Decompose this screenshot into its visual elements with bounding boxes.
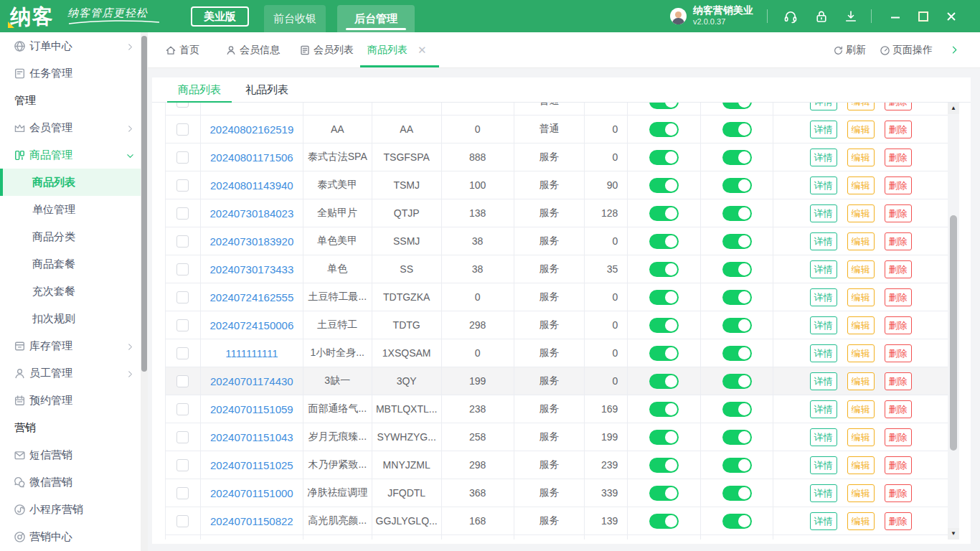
- page-operations-button[interactable]: 页面操作: [880, 32, 933, 68]
- delete-button[interactable]: 删除: [885, 103, 912, 110]
- detail-button[interactable]: 详情: [810, 121, 837, 138]
- tab-gift-list[interactable]: 礼品列表: [245, 77, 288, 103]
- tab-close-icon[interactable]: ✕: [418, 44, 427, 57]
- tab-member-list[interactable]: 会员列表: [299, 32, 354, 68]
- sidebar-item-6[interactable]: 单位管理: [0, 196, 141, 223]
- delete-button[interactable]: 删除: [885, 372, 912, 390]
- tab-goods-list[interactable]: 商品列表: [167, 77, 232, 103]
- toggle-switch-on[interactable]: [649, 374, 679, 389]
- delete-button[interactable]: 删除: [885, 176, 912, 194]
- delete-button[interactable]: 删除: [885, 232, 912, 250]
- sidebar-item-1[interactable]: 任务管理: [0, 60, 141, 87]
- toggle-switch-on[interactable]: [649, 234, 679, 249]
- toggle-switch-on[interactable]: [649, 206, 679, 221]
- toggle-switch-on[interactable]: [649, 318, 679, 333]
- detail-button[interactable]: 详情: [810, 512, 837, 530]
- delete-button[interactable]: 删除: [885, 512, 912, 530]
- detail-button[interactable]: 详情: [810, 260, 837, 278]
- toggle-switch-on[interactable]: [649, 150, 679, 165]
- toggle-switch-on[interactable]: [649, 486, 679, 501]
- detail-button[interactable]: 详情: [810, 316, 837, 334]
- delete-button[interactable]: 删除: [885, 121, 912, 138]
- toggle-switch-on[interactable]: [722, 430, 752, 445]
- edit-button[interactable]: 编辑: [847, 400, 875, 418]
- tab-member-info[interactable]: 会员信息: [225, 32, 280, 68]
- row-checkbox[interactable]: [176, 103, 189, 108]
- product-id-link[interactable]: 20240701151043: [210, 431, 293, 443]
- detail-button[interactable]: 详情: [810, 149, 837, 166]
- sidebar-item-11[interactable]: 库存管理: [0, 332, 141, 359]
- detail-button[interactable]: 详情: [810, 456, 837, 474]
- window-close-button[interactable]: [944, 9, 958, 24]
- delete-button[interactable]: 删除: [885, 316, 912, 334]
- delete-button[interactable]: 删除: [885, 400, 912, 418]
- delete-button[interactable]: 删除: [885, 428, 912, 446]
- edit-button[interactable]: 编辑: [847, 484, 875, 502]
- detail-button[interactable]: 详情: [810, 372, 837, 390]
- delete-button[interactable]: 删除: [885, 484, 912, 502]
- refresh-button[interactable]: 刷新: [833, 32, 866, 68]
- product-id-link[interactable]: 20240701151000: [210, 487, 293, 499]
- tab-product-list[interactable]: 商品列表 ✕: [367, 32, 427, 68]
- detail-button[interactable]: 详情: [810, 344, 837, 362]
- detail-button[interactable]: 详情: [810, 400, 837, 418]
- sidebar-item-18[interactable]: 营销中心: [0, 523, 141, 550]
- toggle-switch-on[interactable]: [722, 262, 752, 277]
- row-checkbox[interactable]: [176, 375, 189, 387]
- sidebar-item-17[interactable]: 小程序营销: [0, 496, 141, 523]
- toggle-switch-on[interactable]: [722, 150, 752, 165]
- detail-button[interactable]: 详情: [810, 288, 837, 306]
- delete-button[interactable]: 删除: [885, 456, 912, 474]
- toggle-switch-on[interactable]: [649, 262, 679, 277]
- delete-button[interactable]: 删除: [885, 288, 912, 306]
- delete-button[interactable]: 删除: [885, 149, 912, 166]
- download-icon[interactable]: [844, 9, 858, 24]
- edit-button[interactable]: 编辑: [847, 288, 875, 306]
- chevron-right-icon[interactable]: [949, 44, 960, 55]
- detail-button[interactable]: 详情: [810, 103, 837, 110]
- detail-button[interactable]: 详情: [810, 176, 837, 194]
- sidebar-item-9[interactable]: 充次套餐: [0, 278, 141, 305]
- detail-button[interactable]: 详情: [810, 484, 837, 502]
- edit-button[interactable]: 编辑: [847, 428, 875, 446]
- window-maximize-button[interactable]: [916, 9, 930, 24]
- row-checkbox[interactable]: [176, 123, 189, 136]
- row-checkbox[interactable]: [176, 235, 189, 248]
- toggle-switch-on[interactable]: [649, 103, 679, 109]
- product-id-link[interactable]: 20240701174430: [210, 375, 293, 387]
- product-id-link[interactable]: 20240701150822: [210, 515, 293, 527]
- sidebar-item-0[interactable]: 订单中心: [0, 32, 141, 60]
- edit-button[interactable]: 编辑: [847, 149, 875, 166]
- edit-button[interactable]: 编辑: [847, 232, 875, 250]
- window-minimize-button[interactable]: [888, 9, 903, 24]
- toggle-switch-on[interactable]: [722, 290, 752, 305]
- product-id-link[interactable]: 20240724162555: [209, 291, 293, 303]
- row-checkbox[interactable]: [176, 487, 189, 499]
- product-id-link[interactable]: 20240801171506: [210, 151, 293, 164]
- edit-button[interactable]: 编辑: [847, 103, 875, 110]
- delete-button[interactable]: 删除: [885, 344, 912, 362]
- sidebar-scrollbar-thumb[interactable]: [141, 36, 147, 372]
- toggle-switch-on[interactable]: [722, 458, 752, 473]
- toggle-switch-on[interactable]: [649, 346, 679, 361]
- sidebar-item-15[interactable]: 短信营销: [0, 441, 141, 468]
- toggle-switch-on[interactable]: [722, 178, 752, 193]
- row-checkbox[interactable]: [176, 151, 189, 164]
- toggle-switch-on[interactable]: [722, 234, 752, 249]
- toggle-switch-on[interactable]: [649, 458, 679, 473]
- edit-button[interactable]: 编辑: [847, 121, 875, 138]
- row-checkbox[interactable]: [176, 179, 189, 192]
- table-scrollbar-thumb[interactable]: [950, 215, 957, 451]
- sidebar-item-13[interactable]: 预约管理: [0, 387, 141, 414]
- product-id-link[interactable]: 20240724150006: [209, 319, 293, 331]
- product-id-link[interactable]: 20240701151059: [210, 403, 293, 415]
- toggle-switch-on[interactable]: [722, 514, 752, 529]
- toggle-switch-on[interactable]: [649, 290, 679, 305]
- row-checkbox[interactable]: [176, 291, 189, 303]
- row-checkbox[interactable]: [176, 403, 189, 415]
- edit-button[interactable]: 编辑: [847, 344, 875, 362]
- sidebar-item-3[interactable]: 会员管理: [0, 114, 141, 141]
- tab-home[interactable]: 首页: [165, 32, 199, 68]
- sidebar-item-5[interactable]: 商品列表: [0, 169, 141, 196]
- detail-button[interactable]: 详情: [810, 232, 837, 250]
